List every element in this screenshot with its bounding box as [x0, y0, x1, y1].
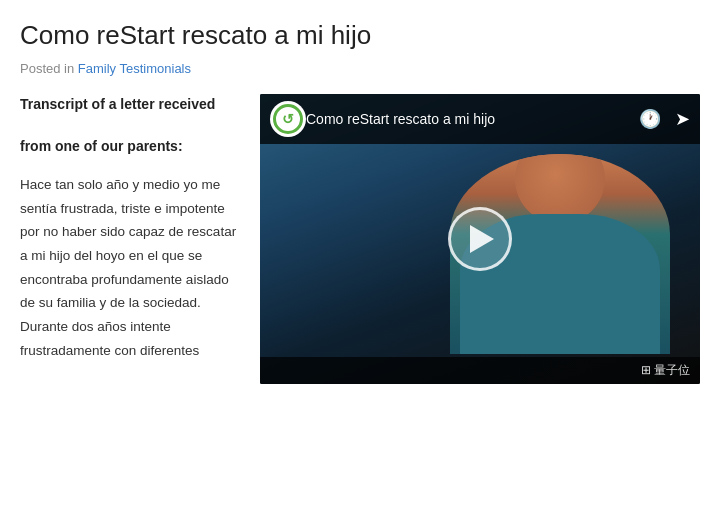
posted-in-label: Posted in — [20, 61, 74, 76]
content-area: Transcript of a letter receivedfrom one … — [20, 94, 700, 384]
watermark-label: ⊞ 量子位 — [641, 362, 690, 379]
play-button[interactable] — [448, 207, 512, 271]
restart-arrow-icon: ↺ — [282, 111, 294, 128]
page-title: Como reStart rescato a mi hijo — [20, 20, 700, 51]
share-icon[interactable]: ➤ — [675, 108, 690, 130]
clock-icon: 🕐 — [639, 108, 661, 130]
video-title: Como reStart rescato a mi hijo — [306, 111, 639, 127]
video-top-bar: ↺ Como reStart rescato a mi hijo 🕐 ➤ — [260, 94, 700, 144]
text-column: Transcript of a letter receivedfrom one … — [20, 94, 240, 362]
restart-logo: ↺ — [270, 101, 306, 137]
video-player[interactable]: ↺ Como reStart rescato a mi hijo 🕐 ➤ — [260, 94, 700, 384]
post-meta: Posted in Family Testimonials — [20, 61, 700, 76]
play-triangle-icon — [470, 225, 494, 253]
page-container: Como reStart rescato a mi hijo Posted in… — [0, 0, 720, 404]
category-link[interactable]: Family Testimonials — [78, 61, 191, 76]
restart-logo-inner: ↺ — [273, 104, 303, 134]
body-text: Hace tan solo año y medio yo me sentía f… — [20, 173, 240, 362]
video-icons: 🕐 ➤ — [639, 108, 690, 130]
video-column: ↺ Como reStart rescato a mi hijo 🕐 ➤ — [260, 94, 700, 384]
transcript-label: Transcript of a letter receivedfrom one … — [20, 94, 240, 157]
video-bottom-bar: ⊞ 量子位 — [260, 357, 700, 384]
